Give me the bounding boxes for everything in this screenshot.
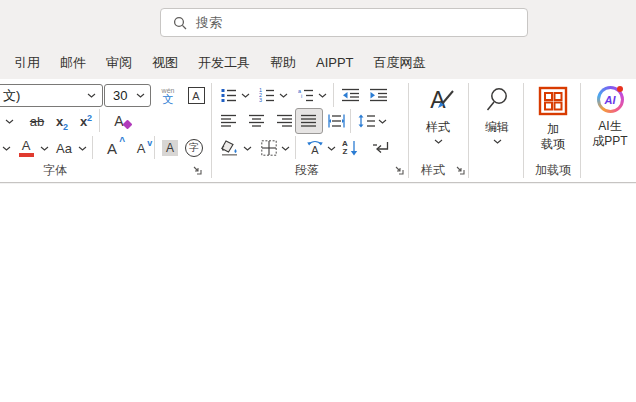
increase-indent-button[interactable] — [368, 84, 390, 106]
multilevel-list-chevron[interactable] — [317, 84, 328, 106]
highlight-dropdown-chevron[interactable] — [0, 137, 12, 159]
font-name-combo[interactable]: 文) — [0, 84, 103, 107]
styles-icon: A — [430, 83, 445, 117]
font-group-label: 字体 — [10, 162, 100, 178]
show-hide-marks-button[interactable] — [368, 136, 394, 160]
word-window: 搜索 引用 邮件 审阅 视图 开发工具 帮助 AIPPT 百度网盘 文) 30 — [0, 0, 636, 402]
search-input[interactable]: 搜索 — [160, 8, 528, 37]
tab-view[interactable]: 视图 — [142, 47, 188, 79]
font-color-button[interactable]: A — [14, 135, 38, 161]
chevron-down-icon — [87, 93, 102, 98]
asian-layout-button[interactable]: A — [302, 134, 328, 161]
title-bar: 搜索 — [0, 0, 636, 47]
tab-help[interactable]: 帮助 — [260, 47, 306, 79]
justify-button[interactable] — [295, 108, 323, 134]
align-center-button[interactable] — [247, 110, 267, 132]
borders-icon — [261, 140, 277, 156]
tab-references[interactable]: 引用 — [4, 47, 50, 79]
numbering-chevron[interactable] — [278, 84, 289, 106]
superscript-button[interactable]: x2 — [74, 110, 98, 132]
borders-chevron[interactable] — [280, 137, 291, 159]
font-size-value: 30 — [105, 88, 136, 103]
font-size-combo[interactable]: 30 — [104, 84, 151, 107]
justify-icon — [301, 114, 317, 128]
tab-developer[interactable]: 开发工具 — [188, 47, 260, 79]
shading-button[interactable] — [219, 137, 241, 159]
superscript-icon: x2 — [80, 114, 92, 129]
tab-review[interactable]: 审阅 — [96, 47, 142, 79]
subscript-icon: x2 — [56, 114, 68, 129]
shading-icon — [221, 140, 239, 156]
strikethrough-button[interactable]: ab — [24, 110, 50, 132]
styles-button[interactable]: A 样式 — [414, 83, 462, 161]
distribute-text-button[interactable] — [326, 110, 346, 132]
sort-icon: A Z — [342, 140, 358, 156]
decrease-indent-icon — [342, 88, 360, 102]
chevron-down-icon — [434, 139, 443, 144]
align-right-icon — [277, 114, 293, 128]
grow-font-icon: A ^ — [107, 140, 117, 157]
svg-text:3: 3 — [259, 97, 262, 103]
bullets-chevron[interactable] — [240, 84, 251, 106]
document-canvas[interactable]: word 字体变大怎么调 — [0, 184, 636, 402]
search-icon — [173, 16, 187, 30]
character-border-icon: A — [188, 87, 205, 104]
add-ins-grid-icon — [538, 83, 568, 119]
line-spacing-chevron[interactable] — [377, 110, 388, 132]
asian-layout-icon: A — [305, 139, 325, 156]
multilevel-list-button[interactable]: a i — [296, 84, 316, 106]
ai-generate-ppt-button[interactable]: AI AI生成PPT — [586, 83, 634, 161]
add-ins-button[interactable]: 加载项 — [530, 83, 576, 161]
character-shading-button[interactable]: A — [158, 136, 182, 160]
decrease-indent-button[interactable] — [340, 84, 362, 106]
align-left-icon — [221, 114, 237, 128]
clear-formatting-icon: A — [114, 113, 123, 129]
clear-formatting-button[interactable]: A — [105, 110, 133, 132]
character-shading-icon: A — [162, 140, 178, 156]
bullets-button[interactable] — [219, 84, 239, 106]
sort-button[interactable]: A Z — [338, 135, 362, 161]
styles-dialog-launcher[interactable] — [453, 163, 467, 177]
editing-magnifier-icon — [484, 83, 510, 117]
underline-dropdown-chevron[interactable] — [2, 110, 16, 132]
paragraph-group-label: 段落 — [262, 162, 352, 178]
change-case-button[interactable]: Aa — [52, 137, 76, 159]
add-ins-group-label: 加载项 — [527, 162, 579, 178]
distribute-text-icon — [328, 114, 345, 128]
svg-text:i: i — [301, 93, 302, 99]
increase-indent-icon — [370, 88, 388, 102]
line-spacing-button[interactable] — [356, 110, 378, 132]
numbering-button[interactable]: 1 2 3 — [257, 84, 277, 106]
asian-layout-chevron[interactable] — [326, 137, 337, 159]
ribbon: 文) 30 wén 文 A ab x2 — [0, 79, 636, 183]
editing-button[interactable]: 编辑 — [474, 83, 520, 161]
tab-baidu-netdisk[interactable]: 百度网盘 — [364, 47, 436, 79]
align-left-button[interactable] — [219, 110, 239, 132]
character-border-button[interactable]: A — [184, 83, 208, 108]
change-case-chevron[interactable] — [76, 137, 88, 159]
multilevel-list-icon: a i — [298, 87, 314, 103]
numbering-icon: 1 2 3 — [259, 87, 275, 103]
grow-font-button[interactable]: A ^ — [98, 135, 126, 161]
ai-logo-icon: AI — [597, 83, 624, 116]
paragraph-dialog-launcher[interactable] — [392, 163, 406, 177]
font-color-icon: A — [19, 139, 34, 157]
shrink-font-button[interactable]: A v — [128, 135, 154, 161]
phonetic-guide-icon: wén 文 — [162, 87, 175, 105]
strikethrough-icon: ab — [30, 114, 44, 129]
search-placeholder: 搜索 — [196, 14, 222, 32]
enclose-characters-icon: 字 — [185, 139, 203, 157]
tab-mailings[interactable]: 邮件 — [50, 47, 96, 79]
subscript-button[interactable]: x2 — [50, 110, 74, 132]
font-dialog-launcher[interactable] — [190, 163, 204, 177]
align-right-button[interactable] — [275, 110, 295, 132]
shading-chevron[interactable] — [242, 137, 253, 159]
font-name-value: 文) — [0, 87, 87, 105]
bullets-icon — [221, 87, 237, 103]
line-spacing-icon — [358, 114, 376, 128]
phonetic-guide-button[interactable]: wén 文 — [155, 83, 181, 108]
enclose-characters-button[interactable]: 字 — [182, 136, 206, 160]
borders-button[interactable] — [259, 137, 279, 159]
tab-aippt[interactable]: AIPPT — [306, 47, 364, 79]
font-color-chevron[interactable] — [38, 137, 50, 159]
